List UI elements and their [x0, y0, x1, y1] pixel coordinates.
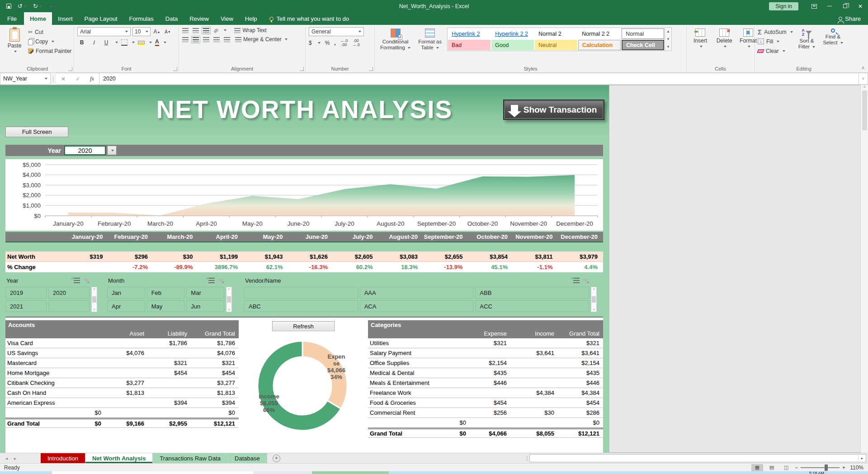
decrease-font-icon[interactable]: A▼ [163, 27, 172, 36]
vendor-slicer-item[interactable]: ABB [475, 287, 589, 299]
merge-center-button[interactable]: Merge & Center [235, 36, 288, 43]
sign-in-button[interactable]: Sign in [769, 2, 798, 10]
collapse-ribbon-icon[interactable]: ˄ [862, 66, 864, 71]
alignment-dialog-launcher-icon[interactable] [300, 67, 304, 71]
year-slicer-scrollbar[interactable]: ˄˅ [91, 287, 97, 312]
orientation-icon[interactable]: ab [212, 27, 220, 34]
vertical-scroll-thumb[interactable] [862, 90, 867, 130]
zoom-slider[interactable] [801, 467, 840, 468]
month-slicer-item[interactable]: May [147, 300, 185, 312]
cell-style-option[interactable]: Normal 2 2 [578, 28, 621, 39]
month-slicer-item[interactable]: Jan [107, 287, 145, 299]
multi-select-icon[interactable] [74, 278, 80, 283]
cell-style-option[interactable]: Good [491, 40, 534, 50]
full-screen-button[interactable]: Full Screen [5, 127, 68, 137]
month-slicer-item[interactable]: Apr [107, 300, 145, 312]
cell-style-option[interactable]: Hyperlink 2 2 [491, 28, 534, 39]
cut-button[interactable]: ✂Cut [28, 27, 71, 37]
ribbon-tab[interactable]: Home [24, 12, 52, 25]
sheet-tab[interactable]: Net Worth Analysis [85, 453, 153, 463]
vendor-slicer-item[interactable]: ACC [475, 300, 589, 312]
cell-style-option[interactable]: Bad [448, 40, 491, 50]
month-slicer-item[interactable]: Jun [186, 300, 224, 312]
clear-filter-icon[interactable] [583, 279, 589, 282]
vertical-scrollbar[interactable]: ˄ [860, 85, 868, 453]
close-button[interactable]: ✕ [853, 0, 868, 12]
comma-style-icon[interactable]: , [334, 40, 335, 46]
minimize-button[interactable] [822, 0, 837, 12]
customize-qat-icon[interactable] [48, 3, 52, 9]
tab-scroll-splitter[interactable]: ⋮ [525, 453, 529, 463]
increase-font-icon[interactable]: A▲ [152, 27, 161, 36]
conditional-formatting-button[interactable]: ConditionalFormatting [378, 27, 413, 52]
cell-style-option[interactable]: Normal [622, 28, 664, 39]
vendor-slicer-item[interactable]: AAA [360, 287, 474, 299]
format-as-table-button[interactable]: Format asTable [416, 27, 444, 52]
tell-me-box[interactable]: Tell me what you want to do [269, 12, 349, 25]
multi-select-icon[interactable] [573, 278, 580, 283]
taskbar-search-box[interactable] [52, 471, 253, 474]
cancel-icon[interactable]: ✕ [61, 76, 66, 82]
vendor-slicer-item[interactable]: ACA [360, 300, 474, 312]
zoom-in-icon[interactable]: + [842, 465, 845, 471]
cell-style-option[interactable]: Calculation [578, 40, 621, 50]
font-family-select[interactable]: Arial [77, 27, 131, 36]
styles-gallery-scrollbar[interactable]: ▲▼▼ [665, 27, 672, 51]
align-top-icon[interactable] [182, 28, 189, 33]
autosum-button[interactable]: ΣAutoSum [758, 27, 793, 37]
formula-bar-expand-icon[interactable]: ˅ [859, 73, 868, 85]
wrap-text-button[interactable]: Wrap Text [234, 27, 267, 33]
refresh-button[interactable]: Refresh [272, 321, 335, 331]
format-painter-button[interactable]: Format Painter [28, 46, 71, 56]
show-transaction-button[interactable]: Show Transaction [503, 100, 604, 120]
year-value-cell[interactable]: 2020 [64, 146, 106, 155]
sort-filter-button[interactable]: A Z Sort &Filter [796, 27, 818, 51]
fill-color-icon[interactable] [138, 41, 145, 45]
vendor-slicer-scrollbar[interactable]: ˄˅ [591, 287, 597, 312]
increase-indent-icon[interactable] [224, 37, 230, 42]
ribbon-tab[interactable]: Formulas [123, 12, 160, 25]
normal-view-button[interactable]: ▦ [751, 464, 763, 471]
align-bottom-icon[interactable] [203, 28, 209, 33]
fill-button[interactable]: ↓Fill [758, 37, 793, 46]
cell-style-option[interactable]: Hyperlink 2 [448, 28, 491, 39]
bold-button[interactable]: B [77, 38, 86, 47]
clipboard-dialog-launcher-icon[interactable] [68, 67, 72, 71]
year-dropdown-button[interactable] [107, 146, 117, 155]
vendor-slicer-item[interactable]: ABC [244, 300, 358, 312]
clear-filter-icon[interactable] [218, 279, 224, 282]
page-break-view-button[interactable]: ◫ [780, 464, 792, 471]
scroll-right-icon[interactable]: ▸ [858, 455, 866, 462]
page-layout-view-button[interactable]: ▤ [766, 464, 778, 471]
sheet-tab[interactable]: Database [228, 453, 267, 463]
year-slicer-item[interactable]: 2021 [5, 300, 47, 312]
underline-button[interactable]: U [102, 38, 111, 47]
taskbar-excel-icon[interactable] [312, 471, 389, 474]
undo-icon[interactable]: ↺ [18, 3, 27, 9]
redo-icon[interactable]: ↻ [33, 3, 42, 9]
decrease-decimal-icon[interactable]: .00 →.0 [352, 39, 360, 47]
percent-style-icon[interactable]: % [325, 40, 330, 46]
ribbon-tab[interactable]: Help [239, 12, 263, 25]
new-sheet-button[interactable]: + [273, 455, 280, 462]
ribbon-tab[interactable]: Data [160, 12, 184, 25]
ribbon-tab[interactable]: View [215, 12, 239, 25]
sheet-tab[interactable]: Transactions Raw Data [153, 453, 228, 463]
align-middle-icon[interactable] [193, 28, 199, 33]
ribbon-display-options-button[interactable] [807, 0, 822, 12]
font-dialog-launcher-icon[interactable] [173, 67, 177, 71]
enter-icon[interactable]: ✓ [75, 76, 80, 82]
formula-input[interactable]: 2020 [99, 73, 859, 85]
number-dialog-launcher-icon[interactable] [369, 67, 373, 71]
month-slicer-scrollbar[interactable]: ˄˅ [226, 287, 232, 312]
insert-cells-button[interactable]: Insert [690, 27, 711, 49]
sheet-tab[interactable]: Introduction [41, 453, 85, 463]
accounting-format-icon[interactable]: $ [309, 40, 312, 46]
clear-button[interactable]: Clear [758, 46, 793, 56]
font-color-icon[interactable]: A [155, 39, 159, 46]
year-slicer-item[interactable]: 2020 [48, 287, 90, 299]
find-select-button[interactable]: Find &Select [821, 27, 845, 47]
prev-sheet-icon[interactable]: ◂ [5, 456, 8, 461]
ribbon-tab[interactable]: Insert [52, 12, 79, 25]
decrease-indent-icon[interactable] [213, 37, 220, 42]
